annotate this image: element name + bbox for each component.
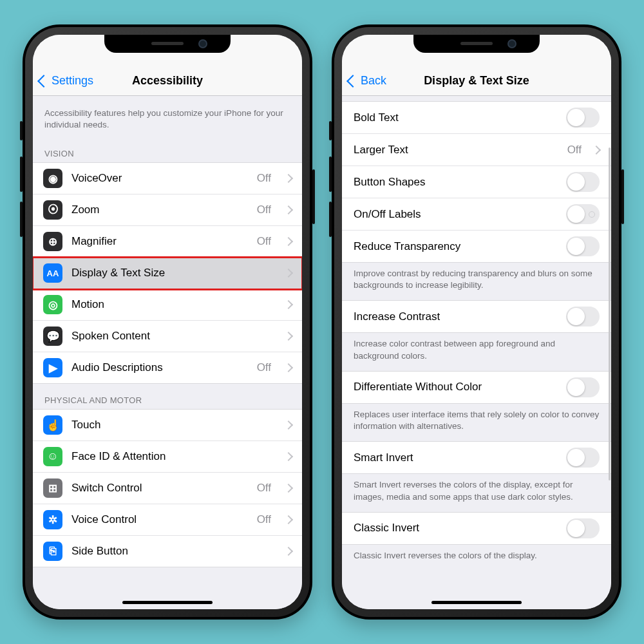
magnifier-icon: ⊕	[43, 232, 62, 251]
settings-row-larger-text[interactable]: Larger TextOff	[342, 134, 611, 166]
silence-switch[interactable]	[20, 121, 23, 140]
phone-left-frame: Settings Accessibility Accessibility fea…	[23, 24, 312, 620]
settings-list: Increase Contrast	[342, 300, 611, 333]
settings-row-side-button[interactable]: ⎘Side Button	[33, 536, 302, 567]
settings-row-magnifier[interactable]: ⊕MagnifierOff	[33, 226, 302, 258]
toggle-switch[interactable]	[566, 108, 600, 128]
silence-switch[interactable]	[329, 121, 332, 140]
settings-row-zoom[interactable]: ⦿ZoomOff	[33, 194, 302, 226]
row-label: On/Off Labels	[354, 208, 560, 221]
settings-row-smart-invert[interactable]: Smart Invert	[342, 442, 611, 473]
settings-row-voiceover[interactable]: ◉VoiceOverOff	[33, 163, 302, 194]
settings-row-voice-control[interactable]: ✲Voice ControlOff	[33, 504, 302, 536]
power-button[interactable]	[312, 169, 315, 224]
settings-list: ◉VoiceOverOff⦿ZoomOff⊕MagnifierOffAADisp…	[33, 162, 302, 384]
row-value: Off	[257, 513, 271, 526]
settings-row-switch-control[interactable]: ⊞Switch ControlOff	[33, 473, 302, 504]
chevron-right-icon	[284, 205, 293, 214]
volume-up-button[interactable]	[20, 156, 23, 192]
row-label: Differentiate Without Color	[354, 381, 560, 393]
chevron-right-icon	[284, 300, 293, 309]
volume-down-button[interactable]	[20, 202, 23, 237]
phone-notch	[413, 35, 540, 53]
zoom-icon: ⦿	[43, 200, 62, 220]
intro-text: Accessibility features help you customiz…	[33, 96, 302, 137]
section-footer: Increase color contrast between app fore…	[342, 333, 611, 370]
row-label: Face ID & Attention	[71, 450, 271, 463]
power-button[interactable]	[621, 169, 624, 224]
row-label: Audio Descriptions	[71, 361, 248, 374]
row-value: Off	[567, 144, 582, 156]
home-indicator[interactable]	[431, 601, 522, 604]
row-label: Classic Invert	[354, 522, 560, 535]
row-value: Off	[257, 172, 271, 185]
toggle-switch[interactable]	[566, 448, 600, 468]
switch-icon: ⊞	[43, 478, 62, 498]
back-label: Settings	[52, 74, 93, 88]
display-text-content[interactable]: Bold TextLarger TextOffButton ShapesOn/O…	[342, 96, 611, 609]
settings-row-spoken-content[interactable]: 💬Spoken Content	[33, 321, 302, 352]
settings-row-touch[interactable]: ☝Touch	[33, 410, 302, 441]
settings-row-bold-text[interactable]: Bold Text	[342, 102, 611, 134]
page-title: Accessibility	[132, 74, 203, 88]
row-label: Zoom	[71, 204, 248, 216]
page-title: Display & Text Size	[424, 74, 529, 88]
settings-row-face-id-attention[interactable]: ☺Face ID & Attention	[33, 441, 302, 473]
row-label: Voice Control	[71, 513, 248, 526]
chevron-right-icon	[284, 484, 293, 493]
toggle-switch[interactable]	[566, 518, 600, 538]
toggle-switch[interactable]	[566, 307, 600, 327]
settings-row-reduce-transparency[interactable]: Reduce Transparency	[342, 231, 611, 262]
section-footer: Smart Invert reverses the colors of the …	[342, 474, 611, 511]
back-button[interactable]: Back	[348, 74, 386, 88]
accessibility-content[interactable]: Accessibility features help you customiz…	[33, 96, 302, 609]
voice-ctrl-icon: ✲	[43, 510, 62, 529]
chevron-right-icon	[284, 547, 293, 556]
volume-down-button[interactable]	[329, 202, 332, 237]
chevron-right-icon	[284, 363, 293, 372]
settings-row-audio-descriptions[interactable]: ▶Audio DescriptionsOff	[33, 352, 302, 383]
settings-row-increase-contrast[interactable]: Increase Contrast	[342, 301, 611, 332]
section-header: PHYSICAL AND MOTOR	[33, 384, 302, 409]
row-label: Magnifier	[71, 235, 248, 248]
phone-right-frame: Back Display & Text Size Bold TextLarger…	[332, 24, 621, 620]
chevron-right-icon	[592, 145, 601, 154]
settings-row-button-shapes[interactable]: Button Shapes	[342, 166, 611, 198]
row-label: Button Shapes	[354, 176, 560, 189]
home-indicator[interactable]	[122, 601, 213, 604]
chevron-right-icon	[284, 421, 293, 430]
row-value: Off	[257, 482, 271, 495]
toggle-switch[interactable]	[566, 236, 600, 256]
row-label: Larger Text	[354, 144, 561, 156]
phone-left-screen: Settings Accessibility Accessibility fea…	[33, 35, 302, 609]
chevron-right-icon	[284, 237, 293, 246]
toggle-switch[interactable]	[566, 204, 600, 224]
settings-row-classic-invert[interactable]: Classic Invert	[342, 513, 611, 544]
settings-list: Classic Invert	[342, 512, 611, 545]
settings-row-differentiate-without-color[interactable]: Differentiate Without Color	[342, 372, 611, 403]
settings-row-display-text-size[interactable]: AADisplay & Text Size	[33, 258, 302, 289]
toggle-switch[interactable]	[566, 172, 600, 192]
settings-list: ☝Touch☺Face ID & Attention⊞Switch Contro…	[33, 409, 302, 567]
motion-icon: ◎	[43, 295, 62, 314]
row-label: Touch	[71, 419, 271, 431]
speaker-grille	[151, 42, 184, 45]
row-label: Side Button	[71, 545, 271, 558]
settings-row-motion[interactable]: ◎Motion	[33, 289, 302, 321]
row-value: Off	[257, 204, 271, 216]
scrollbar-track[interactable]	[609, 147, 611, 480]
toggle-switch[interactable]	[566, 377, 600, 397]
chevron-right-icon	[284, 332, 293, 341]
front-camera-icon	[198, 39, 207, 48]
back-to-settings-button[interactable]: Settings	[39, 74, 93, 88]
chevron-right-icon	[284, 452, 293, 461]
volume-up-button[interactable]	[329, 156, 332, 192]
row-label: Motion	[71, 298, 271, 311]
phone-notch	[104, 35, 231, 53]
settings-row-on-off-labels[interactable]: On/Off Labels	[342, 198, 611, 231]
row-label: Display & Text Size	[71, 267, 271, 279]
section-footer: Replaces user interface items that rely …	[342, 404, 611, 441]
voiceover-icon: ◉	[43, 169, 62, 188]
display-text-icon: AA	[43, 263, 62, 283]
row-label: Smart Invert	[354, 451, 560, 464]
